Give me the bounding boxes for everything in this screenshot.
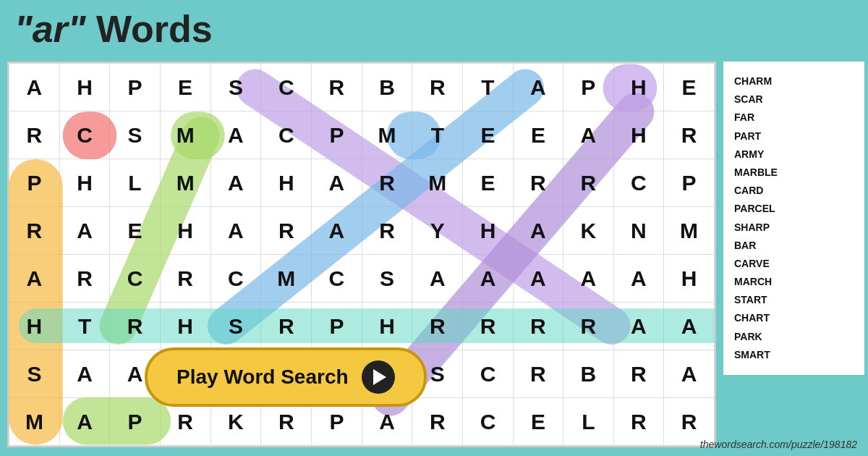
grid-cell: B (362, 64, 412, 111)
grid-cell: R (110, 303, 160, 350)
grid-cell: P (9, 159, 60, 207)
grid-cell: E (513, 398, 563, 446)
grid-cell: R (261, 207, 312, 255)
grid-cell: S (210, 303, 261, 350)
grid-cell: R (513, 303, 563, 350)
grid-cell: A (613, 255, 663, 303)
grid-cell: C (261, 111, 312, 159)
grid-cell: M (160, 159, 210, 207)
grid-cell: H (261, 159, 312, 207)
grid-cell: P (312, 303, 362, 350)
word-list-item: ARMY (734, 145, 854, 164)
grid-cell: E (463, 111, 513, 159)
grid-cell: N (613, 207, 663, 255)
grid-cell: R (613, 398, 663, 446)
play-icon (362, 360, 395, 394)
grid-cell: M (412, 159, 463, 207)
grid-cell: E (664, 64, 715, 111)
grid-cell: S (362, 255, 412, 303)
grid-cell: R (613, 350, 663, 398)
grid-cell: P (563, 64, 613, 111)
grid-cell: E (463, 159, 513, 207)
word-list-item: PARCEL (734, 200, 854, 218)
grid-cell: C (261, 64, 312, 111)
grid-cell: R (261, 303, 312, 350)
word-list-item: CARVE (734, 255, 854, 273)
grid-cell: M (664, 207, 715, 255)
grid-cell: A (563, 111, 613, 159)
grid-cell: A (59, 207, 109, 255)
grid-cell: A (9, 64, 60, 111)
grid-cell: L (563, 398, 613, 446)
grid-cell: H (362, 303, 412, 350)
word-list-item: FAR (734, 109, 854, 127)
grid-cell: M (160, 111, 210, 159)
grid-cell: A (59, 398, 109, 446)
grid-cell: Y (412, 207, 463, 255)
grid-cell: R (9, 207, 60, 255)
grid-cell: A (513, 255, 563, 303)
grid-cell: R (513, 350, 563, 398)
word-list-item: CHARM (734, 72, 854, 90)
grid-cell: T (463, 64, 513, 111)
grid-cell: S (210, 64, 261, 111)
grid-cell: R (463, 303, 513, 350)
grid-cell: T (412, 111, 463, 159)
grid-cell: E (110, 207, 160, 255)
grid-cell: H (59, 159, 109, 207)
grid-cell: R (664, 111, 715, 159)
grid-cell: H (160, 207, 210, 255)
grid-cell: A (613, 303, 663, 350)
word-list-item: PART (734, 127, 854, 145)
grid-cell: H (9, 303, 60, 350)
word-list: CHARMSCARFARPARTARMYMARBLECARDPARCELSHAR… (723, 62, 864, 375)
grid-cell: A (412, 255, 463, 303)
grid-cell: R (563, 159, 613, 207)
grid-cell: A (664, 350, 715, 398)
grid-cell: E (513, 111, 563, 159)
grid-cell: C (613, 159, 663, 207)
grid-cell: A (312, 207, 362, 255)
grid-cell: C (312, 255, 362, 303)
grid-cell: A (463, 255, 513, 303)
grid-cell: M (362, 111, 412, 159)
grid-cell: C (463, 398, 513, 446)
grid-cell: R (563, 303, 613, 350)
grid-cell: R (160, 255, 210, 303)
grid-cell: R (59, 255, 109, 303)
grid-cell: A (513, 64, 563, 111)
word-list-item: SMART (734, 346, 854, 364)
grid-cell: H (613, 64, 663, 111)
grid-cell: K (563, 207, 613, 255)
page-title: "ar" Words (14, 7, 213, 51)
word-list-item: CARD (734, 182, 854, 200)
grid-cell: T (59, 303, 109, 350)
grid-cell: R (412, 64, 463, 111)
grid-cell: M (9, 398, 60, 446)
grid-cell: P (110, 64, 160, 111)
grid-cell: C (59, 111, 109, 159)
play-button[interactable]: Play Word Search (145, 347, 427, 407)
grid-cell: A (9, 255, 60, 303)
grid-cell: P (110, 398, 160, 446)
grid-cell: A (664, 303, 715, 350)
grid-cell: C (210, 255, 261, 303)
grid-cell: H (664, 255, 715, 303)
grid-cell: R (362, 159, 412, 207)
grid-cell: C (110, 255, 160, 303)
grid-cell: S (110, 111, 160, 159)
word-list-item: BAR (734, 237, 854, 255)
word-list-item: CHART (734, 309, 854, 327)
grid-cell: C (463, 350, 513, 398)
grid-cell: R (312, 64, 362, 111)
grid-cell: S (9, 350, 60, 398)
grid-cell: A (210, 111, 261, 159)
grid-cell: H (613, 111, 663, 159)
grid-cell: H (59, 64, 109, 111)
grid-cell: A (563, 255, 613, 303)
grid-cell: A (210, 159, 261, 207)
grid-cell: A (513, 207, 563, 255)
grid-cell: R (412, 303, 463, 350)
grid-cell: P (312, 111, 362, 159)
grid-cell: A (210, 207, 261, 255)
